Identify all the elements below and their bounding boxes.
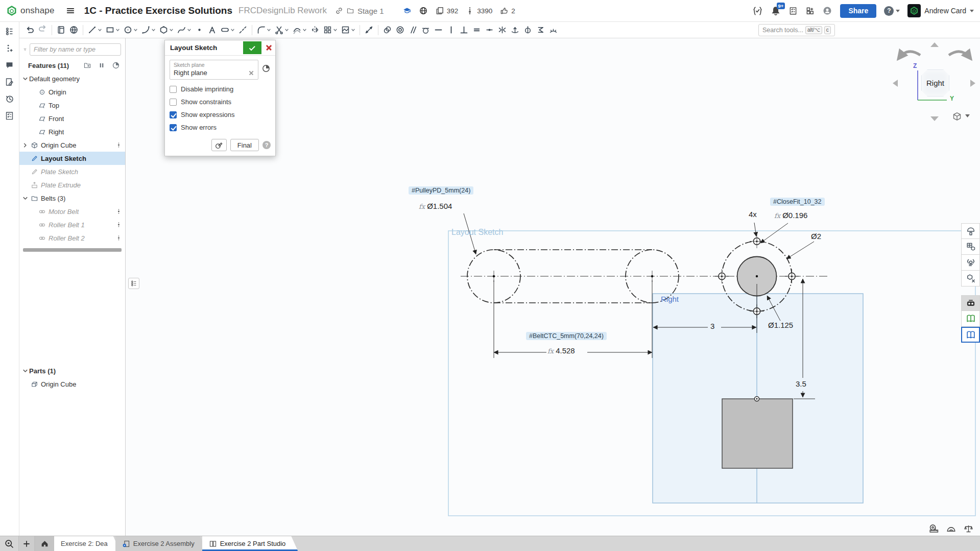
view-cube-menu-icon[interactable]: [954, 113, 961, 120]
insert-image-tool-button[interactable]: [339, 23, 357, 37]
slot-tool-button[interactable]: [219, 23, 236, 37]
notifications-button[interactable]: 9+: [771, 6, 781, 16]
redo-tool-button[interactable]: [36, 23, 49, 37]
chevron-down-icon[interactable]: [965, 114, 970, 117]
chevron-right-icon[interactable]: [21, 141, 29, 149]
docked-dialog-icon[interactable]: [128, 278, 139, 289]
parallel-tool-button[interactable]: [407, 23, 419, 37]
option-show-constraints[interactable]: Show constraints: [170, 95, 271, 108]
tape-measure-icon[interactable]: [928, 523, 939, 534]
rollback-clock-icon[interactable]: [261, 64, 271, 73]
arc-tool-button[interactable]: [139, 23, 157, 37]
paste-board-tool-button[interactable]: [55, 23, 67, 37]
sketch-plane-field[interactable]: Sketch plane Right plane: [170, 60, 258, 80]
feature-layout-sketch[interactable]: Layout Sketch: [19, 152, 125, 165]
home-tab-button[interactable]: [35, 536, 54, 551]
main-menu-icon[interactable]: [66, 6, 75, 15]
likes-count[interactable]: 2: [499, 6, 515, 15]
pattern-tool-button[interactable]: [321, 23, 339, 37]
rotate-down-arrow[interactable]: [930, 116, 939, 121]
undo-tool-button[interactable]: [23, 23, 36, 37]
book-panel-button[interactable]: [961, 327, 980, 343]
checkbox[interactable]: [170, 111, 177, 118]
pierce-tool-button[interactable]: [521, 23, 534, 37]
add-tab-button[interactable]: [18, 536, 35, 551]
option-disable-imprinting[interactable]: Disable imprinting: [170, 83, 271, 95]
document-location[interactable]: Stage 1: [335, 7, 384, 15]
dialog-help-icon[interactable]: ?: [262, 141, 271, 149]
versions-icon[interactable]: [5, 43, 14, 53]
follow-mode-icon[interactable]: [5, 111, 14, 121]
cancel-button[interactable]: [263, 41, 275, 54]
views-count[interactable]: 3390: [465, 6, 492, 15]
rollback-clock-icon[interactable]: [112, 61, 120, 69]
feature-motor-belt[interactable]: Motor Belt: [19, 205, 125, 218]
rotate-right-arrow[interactable]: [949, 52, 970, 58]
tab-exercise-2-assembly[interactable]: Exercise 2 Assembly: [115, 536, 207, 551]
drag-dots-icon[interactable]: [115, 207, 122, 215]
feature-front[interactable]: Front: [19, 112, 125, 125]
image-sphere-tool-button[interactable]: [67, 23, 80, 37]
workspace-name[interactable]: FRCDesignLib Rework: [238, 6, 327, 16]
search-tabs-icon[interactable]: [4, 539, 14, 549]
user-menu[interactable]: Andrew Card: [907, 4, 974, 17]
units-scale-icon[interactable]: [963, 523, 974, 534]
pattern-constraint-tool-button[interactable]: [534, 23, 547, 37]
feature-default-geometry[interactable]: Default geometry: [19, 72, 125, 85]
rotate-right-step-arrow[interactable]: [970, 80, 975, 87]
construction-tool-button[interactable]: [236, 23, 249, 37]
normal-tool-button[interactable]: [509, 23, 521, 37]
tangent-tool-button[interactable]: [419, 23, 432, 37]
drag-dots-icon[interactable]: [115, 141, 122, 149]
rotate-left-arrow[interactable]: [899, 52, 920, 58]
search-tools[interactable]: Search tools... alt/⌥ c: [758, 24, 835, 36]
curvature-tool-button[interactable]: [547, 23, 560, 37]
display-states-panel-button[interactable]: [961, 223, 980, 239]
line-tool-button[interactable]: [86, 23, 104, 37]
feature-right[interactable]: Right: [19, 125, 125, 138]
copies-count[interactable]: 392: [435, 6, 459, 15]
point-tool-button[interactable]: [193, 23, 206, 37]
help-menu[interactable]: ?: [884, 6, 900, 16]
share-button[interactable]: Share: [840, 4, 876, 18]
coincident-tool-button[interactable]: [381, 23, 394, 37]
drag-dots-icon[interactable]: [115, 234, 122, 242]
feature-roller-belt-2[interactable]: Roller Belt 2: [19, 231, 125, 245]
rollback-bar[interactable]: [23, 248, 122, 252]
checkbox[interactable]: [170, 124, 177, 131]
polygon-tool-button[interactable]: [157, 23, 175, 37]
chevron-down-icon[interactable]: [21, 195, 29, 202]
feature-origin-cube[interactable]: Origin Cube: [19, 138, 125, 152]
option-show-errors[interactable]: Show errors: [170, 121, 271, 134]
rotate-up-arrow[interactable]: [930, 42, 939, 47]
variables-panel-button[interactable]: [961, 271, 980, 286]
configurations-panel-button[interactable]: [961, 239, 980, 255]
option-show-expressions[interactable]: Show expressions: [170, 108, 271, 121]
drag-dots-icon[interactable]: [115, 221, 122, 229]
vertical-tool-button[interactable]: [445, 23, 458, 37]
support-icon[interactable]: [822, 6, 832, 16]
feature-top[interactable]: Top: [19, 99, 125, 112]
clear-selection-icon[interactable]: [248, 70, 254, 76]
horizontal-tool-button[interactable]: [432, 23, 445, 37]
offset-tool-button[interactable]: [291, 23, 308, 37]
part-origin-cube[interactable]: Origin Cube: [19, 377, 125, 391]
fillet-tool-button[interactable]: [255, 23, 273, 37]
comments-icon[interactable]: [5, 60, 14, 70]
add-folder-icon[interactable]: [83, 61, 91, 69]
feature-origin[interactable]: Origin: [19, 85, 125, 99]
tab-exercise-2-dea[interactable]: Exercise 2: Dea: [54, 536, 120, 551]
feature-belts-3[interactable]: Belts (3): [19, 191, 125, 205]
public-icon[interactable]: [419, 6, 428, 15]
tasks-icon[interactable]: [788, 6, 798, 15]
perpendicular-tool-button[interactable]: [458, 23, 470, 37]
document-title[interactable]: 1C - Practice Exercise Solutions: [84, 5, 232, 16]
rotate-left-step-arrow[interactable]: [893, 80, 898, 87]
dimension-tool-button[interactable]: [363, 23, 375, 37]
trim-tool-button[interactable]: [273, 23, 291, 37]
suppress-icon[interactable]: [98, 62, 105, 69]
scripting-icon[interactable]: [752, 6, 763, 16]
view-cube-face[interactable]: Right: [921, 69, 949, 97]
accept-button[interactable]: [243, 41, 261, 54]
concentric-tool-button[interactable]: [394, 23, 407, 37]
